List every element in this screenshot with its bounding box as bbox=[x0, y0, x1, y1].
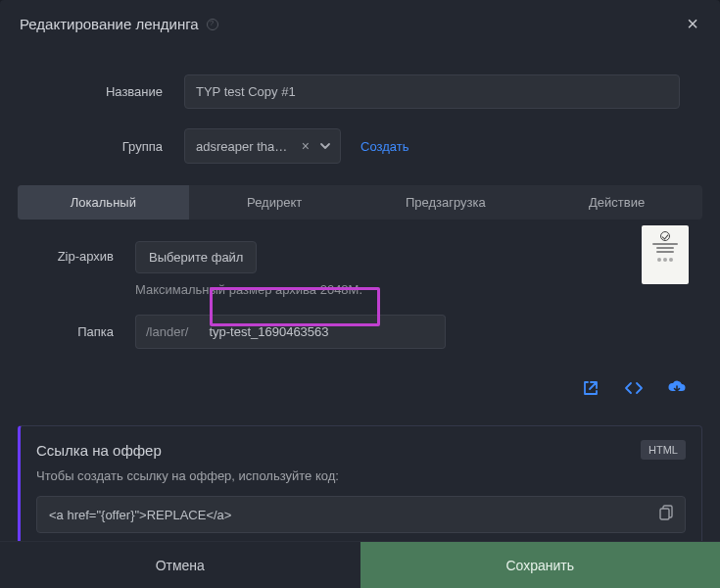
offer-header: Ссылка на оффер HTML bbox=[36, 440, 686, 460]
offer-title: Ссылка на оффер bbox=[36, 442, 162, 459]
tabs: Локальный Редирект Предзагрузка Действие bbox=[18, 185, 702, 220]
chevron-down-icon bbox=[319, 140, 331, 152]
name-label: Название bbox=[18, 84, 184, 99]
preview-thumbnail[interactable] bbox=[642, 225, 689, 284]
close-button[interactable]: × bbox=[683, 13, 702, 35]
group-select[interactable]: adsreaper tha… × bbox=[184, 128, 341, 164]
create-group-link[interactable]: Создать bbox=[360, 139, 408, 154]
group-selected-value: adsreaper tha… bbox=[196, 139, 287, 154]
modal-header: Редактирование лендинга × bbox=[0, 0, 720, 49]
row-name: Название bbox=[18, 74, 702, 109]
tab-action[interactable]: Действие bbox=[531, 185, 702, 220]
name-input[interactable] bbox=[184, 74, 680, 109]
cloud-download-icon[interactable] bbox=[665, 376, 689, 400]
row-zip: Zip-архив Выберите файл Максимальный раз… bbox=[18, 241, 702, 297]
modal-title-wrap: Редактирование лендинга bbox=[20, 16, 218, 32]
offer-code-row: <a href="{offer}">REPLACE</a> bbox=[36, 496, 686, 533]
close-icon: × bbox=[687, 13, 698, 34]
check-icon bbox=[660, 231, 670, 241]
local-section: Zip-архив Выберите файл Максимальный раз… bbox=[18, 241, 702, 400]
modal-footer: Отмена Сохранить bbox=[0, 541, 720, 588]
choose-file-button[interactable]: Выберите файл bbox=[135, 241, 257, 273]
group-controls: adsreaper tha… × Создать bbox=[184, 128, 408, 164]
code-icon[interactable] bbox=[622, 376, 646, 400]
copy-icon[interactable] bbox=[648, 497, 685, 532]
tab-local[interactable]: Локальный bbox=[18, 185, 189, 220]
folder-input[interactable] bbox=[198, 315, 446, 349]
zip-label: Zip-архив bbox=[18, 241, 135, 264]
offer-link-panel: Ссылка на оффер HTML Чтобы создать ссылк… bbox=[18, 425, 702, 550]
tab-preload[interactable]: Предзагрузка bbox=[360, 185, 532, 220]
cancel-button[interactable]: Отмена bbox=[0, 542, 360, 588]
tab-redirect[interactable]: Редирект bbox=[189, 185, 360, 220]
html-badge[interactable]: HTML bbox=[641, 440, 686, 460]
svg-rect-0 bbox=[660, 509, 669, 519]
modal-edit-landing: Редактирование лендинга × Название Групп… bbox=[0, 0, 720, 588]
info-icon[interactable] bbox=[207, 19, 218, 30]
modal-title: Редактирование лендинга bbox=[20, 16, 199, 32]
save-button[interactable]: Сохранить bbox=[360, 542, 721, 588]
offer-hint: Чтобы создать ссылку на оффер, используй… bbox=[36, 468, 686, 483]
toolbar-actions bbox=[18, 376, 702, 400]
open-external-icon[interactable] bbox=[579, 376, 602, 400]
zip-content: Выберите файл Максимальный размер архива… bbox=[135, 241, 362, 297]
zip-hint: Максимальный размер архива 2048M. bbox=[135, 282, 362, 297]
group-label: Группа bbox=[18, 139, 184, 154]
offer-code-text[interactable]: <a href="{offer}">REPLACE</a> bbox=[37, 498, 648, 532]
folder-prefix: /lander/ bbox=[135, 315, 198, 349]
clear-icon[interactable]: × bbox=[298, 138, 313, 154]
folder-label: Папка bbox=[18, 324, 135, 339]
row-folder: Папка /lander/ bbox=[18, 315, 702, 349]
modal-body: Название Группа adsreaper tha… × Создать bbox=[0, 49, 720, 550]
row-group: Группа adsreaper tha… × Создать bbox=[18, 128, 702, 164]
